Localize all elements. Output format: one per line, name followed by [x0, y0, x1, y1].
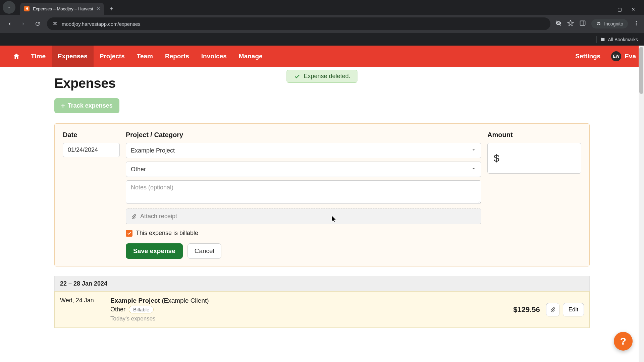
check-icon [127, 231, 131, 236]
nav-settings[interactable]: Settings [569, 46, 606, 67]
date-range-heading: 22 – 28 Jan 2024 [54, 276, 590, 291]
close-window-icon[interactable]: ✕ [631, 7, 635, 12]
notes-textarea[interactable] [126, 180, 481, 204]
url-field[interactable]: moodjoy.harvestapp.com/expenses [47, 17, 550, 30]
nav-user[interactable]: EW Eva [606, 46, 636, 67]
expense-category: Other [110, 306, 125, 313]
expense-date: Wed, 24 Jan [60, 297, 110, 304]
label-date: Date [63, 131, 120, 139]
window-controls: — ▢ ✕ [603, 7, 641, 15]
incognito-label: Incognito [604, 21, 623, 26]
svg-point-4 [636, 23, 637, 24]
nav-item-invoices[interactable]: Invoices [195, 46, 233, 67]
expense-project: Example Project [110, 297, 160, 304]
browser-tab[interactable]: H Expenses – Moodjoy – Harvest × [20, 3, 104, 15]
label-project-category: Project / Category [126, 131, 481, 139]
edit-expense-button[interactable]: Edit [563, 303, 584, 316]
forward-button[interactable] [19, 19, 28, 28]
billable-checkbox-row: This expense is billable [126, 230, 481, 237]
bookmarks-bar: All Bookmarks [0, 33, 644, 46]
url-text: moodjoy.harvestapp.com/expenses [62, 21, 141, 27]
category-select[interactable]: Other [126, 162, 481, 177]
tablist-dropdown[interactable] [3, 1, 15, 14]
svg-point-5 [636, 24, 637, 25]
chevron-down-icon [471, 166, 476, 173]
currency-symbol: $ [494, 153, 499, 164]
billable-label: This expense is billable [136, 230, 198, 237]
site-settings-icon[interactable] [52, 21, 58, 27]
nav-home-icon[interactable] [8, 46, 25, 67]
expense-note: Today's expenses [110, 315, 493, 322]
user-name: Eva [625, 53, 636, 60]
project-select[interactable]: Example Project [126, 143, 481, 158]
receipt-attachment-button[interactable] [546, 303, 559, 316]
chrome-menu-icon[interactable] [633, 20, 639, 27]
browser-tab-strip: H Expenses – Moodjoy – Harvest × — ▢ ✕ [0, 0, 644, 15]
paperclip-icon [131, 214, 137, 220]
plus-icon: + [61, 103, 65, 109]
nav-item-expenses[interactable]: Expenses [52, 46, 94, 67]
billable-checkbox[interactable] [126, 230, 132, 237]
scrollbar[interactable] [639, 46, 644, 362]
nav-item-team[interactable]: Team [131, 46, 159, 67]
expense-form: Date Project / Category Example Project … [54, 123, 590, 266]
new-tab-button[interactable] [107, 4, 116, 13]
expense-row: Wed, 24 Jan Example Project (Example Cli… [54, 291, 590, 328]
app-nav: Time Expenses Projects Team Reports Invo… [0, 46, 644, 67]
address-bar: moodjoy.harvestapp.com/expenses Incognit… [0, 15, 644, 33]
back-button[interactable] [5, 19, 14, 28]
maximize-icon[interactable]: ▢ [618, 7, 622, 12]
expense-amount: $129.56 [493, 305, 540, 314]
check-icon [293, 73, 300, 80]
nav-item-time[interactable]: Time [25, 46, 52, 67]
amount-input[interactable]: $ [487, 143, 581, 174]
attach-receipt-button[interactable]: Attach receipt [126, 208, 481, 224]
nav-item-reports[interactable]: Reports [159, 46, 195, 67]
nav-item-projects[interactable]: Projects [94, 46, 131, 67]
page-viewport: Time Expenses Projects Team Reports Invo… [0, 46, 644, 362]
save-expense-button[interactable]: Save expense [126, 243, 183, 259]
nav-item-manage[interactable]: Manage [233, 46, 269, 67]
paperclip-icon [550, 307, 556, 313]
track-expenses-button[interactable]: + Track expenses [54, 98, 119, 113]
help-fab[interactable]: ? [614, 332, 633, 351]
bookmark-star-icon[interactable] [567, 20, 574, 28]
minimize-icon[interactable]: — [603, 7, 608, 12]
tab-title: Expenses – Moodjoy – Harvest [33, 6, 94, 11]
date-input[interactable] [63, 143, 120, 157]
svg-point-3 [636, 21, 637, 22]
svg-point-1 [597, 24, 599, 25]
question-icon: ? [620, 336, 626, 347]
scrollbar-thumb[interactable] [639, 47, 643, 94]
reload-button[interactable] [33, 19, 42, 28]
cancel-button[interactable]: Cancel [187, 243, 221, 259]
flash-toast: Expense deleted. [286, 70, 357, 83]
close-tab-icon[interactable]: × [97, 6, 100, 12]
tracking-off-icon[interactable] [555, 20, 562, 28]
incognito-chip[interactable]: Incognito [591, 19, 628, 28]
billable-badge: Billable [129, 306, 154, 313]
chevron-down-icon [471, 147, 476, 154]
avatar: EW [611, 51, 621, 61]
favicon-icon: H [24, 6, 30, 11]
all-bookmarks-button[interactable]: All Bookmarks [600, 37, 638, 42]
label-amount: Amount [487, 131, 581, 139]
expense-client: (Example Client) [162, 297, 209, 304]
svg-point-2 [599, 24, 600, 25]
svg-rect-0 [580, 21, 585, 25]
sidepanel-icon[interactable] [579, 20, 586, 28]
toast-text: Expense deleted. [304, 73, 350, 80]
